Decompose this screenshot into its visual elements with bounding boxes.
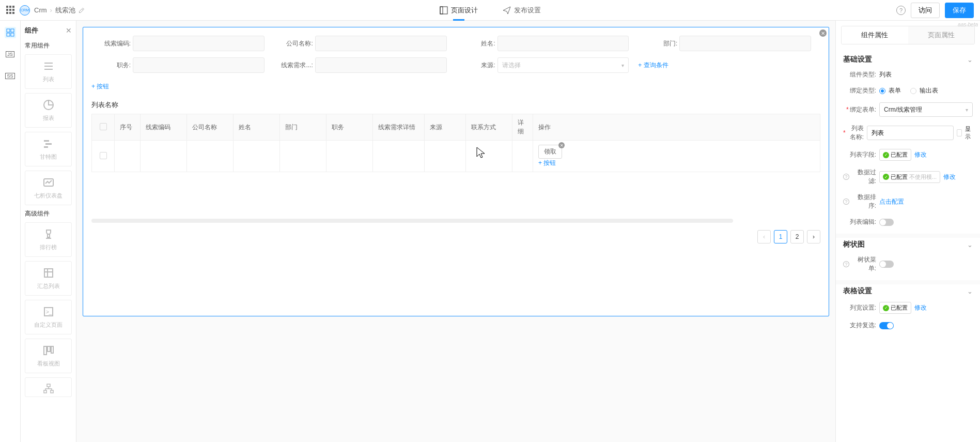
col-position: 职务 (326, 114, 373, 141)
op-claim-label: 领取 (544, 148, 556, 155)
filter-source-placeholder: 请选择 (502, 61, 521, 70)
panel-collapse-handle[interactable]: › (835, 221, 836, 242)
save-button[interactable]: 保存 (945, 3, 974, 18)
tab-component-props[interactable]: 组件属性 (842, 26, 908, 44)
col-name: 姓名 (234, 114, 280, 141)
add-query-condition[interactable]: + 查询条件 (638, 61, 668, 70)
svg-rect-8 (45, 143, 52, 145)
page-2[interactable]: 2 (790, 230, 804, 243)
comp-kanban[interactable]: 看板视图 (25, 339, 72, 373)
col-seq: 序号 (115, 114, 141, 141)
op-add-button[interactable]: + 按钮 (538, 159, 815, 167)
filter-name-input[interactable] (497, 36, 629, 51)
horizontal-scrollbar[interactable] (91, 219, 733, 223)
comp-report[interactable]: 报表 (25, 93, 72, 128)
main: JS SS 组件 ✕ 常用组件 列表 报表 甘特图 七析仪表盘 高级组件 排行榜 (0, 21, 980, 442)
list-edit-label: 列表编辑: (843, 218, 876, 226)
filter-position-input[interactable] (133, 57, 265, 73)
page-prev[interactable]: ‹ (757, 230, 771, 243)
op-claim-button[interactable]: 领取✕ (538, 145, 562, 159)
comp-dashboard-label: 七析仪表盘 (34, 192, 63, 200)
comp-summary-list[interactable]: 汇总列表 (25, 261, 72, 296)
help-hint-icon[interactable]: ? (843, 174, 849, 180)
table-header-row: 序号 线索编码 公司名称 姓名 部门 职务 线索需求详情 来源 联系方式 详细 … (92, 114, 820, 141)
list-name-input[interactable] (867, 126, 954, 140)
list-name-show-checkbox[interactable] (957, 129, 962, 136)
row-checkbox[interactable] (100, 152, 107, 159)
data-table: 序号 线索编码 公司名称 姓名 部门 职务 线索需求详情 来源 联系方式 详细 … (91, 114, 820, 172)
radio-form[interactable] (879, 88, 885, 94)
data-sort-label: ?数据排序: (843, 193, 876, 210)
help-icon[interactable]: ? (896, 6, 906, 15)
svg-rect-17 (47, 384, 50, 387)
rail-js-icon[interactable]: JS (5, 49, 16, 60)
section-collapse-icon[interactable]: ⌄ (967, 56, 973, 64)
col-width-label: 列宽设置: (843, 303, 876, 312)
filter-clue-req-input[interactable] (315, 57, 447, 73)
check-circle-icon: ✓ (883, 152, 889, 158)
help-hint-icon[interactable]: ? (843, 261, 849, 267)
support-check-toggle[interactable] (879, 322, 894, 329)
bind-form-value: Crm/线索管理 (884, 105, 922, 114)
section-common: 常用组件 (25, 41, 72, 50)
breadcrumb-separator: › (50, 6, 52, 14)
rail-css-icon[interactable]: SS (5, 70, 16, 82)
help-hint-icon[interactable]: ? (843, 199, 849, 205)
list-edit-toggle[interactable] (879, 219, 894, 226)
filter-dept-input[interactable] (679, 36, 811, 51)
comp-summary-label: 汇总列表 (37, 282, 60, 290)
tab-page-design[interactable]: 页面设计 (437, 0, 481, 21)
bind-form-select[interactable]: Crm/线索管理▾ (879, 102, 973, 117)
radio-output[interactable] (910, 88, 916, 94)
svg-rect-1 (440, 7, 443, 14)
comp-type-label: 组件类型: (843, 70, 876, 79)
support-check-label: 支持复选: (843, 321, 876, 330)
breadcrumb-app[interactable]: Crm (34, 6, 47, 14)
op-remove-icon[interactable]: ✕ (558, 142, 565, 148)
col-clue-code: 线索编码 (141, 114, 187, 141)
topbar-center: 页面设计 发布设置 (85, 0, 896, 21)
tab-page-props[interactable]: 页面属性 (908, 26, 975, 44)
comp-gantt[interactable]: 甘特图 (25, 132, 72, 166)
topbar-right: ? 访问 保存 (896, 3, 974, 18)
apps-grid-icon[interactable] (6, 6, 15, 15)
filter-clue-code-input[interactable] (133, 36, 265, 51)
comp-dashboard[interactable]: 七析仪表盘 (25, 171, 72, 205)
tree-menu-toggle[interactable] (879, 261, 894, 268)
col-source: 来源 (425, 114, 466, 141)
section-collapse-icon[interactable]: ⌄ (967, 241, 973, 249)
data-filter-label: ?数据过滤: (843, 168, 876, 186)
breadcrumb-page[interactable]: 线索池 (55, 6, 75, 15)
add-button-link[interactable]: + 按钮 (91, 82, 820, 91)
comp-list-label: 列表 (43, 75, 54, 83)
list-fields-modify[interactable]: 修改 (914, 150, 927, 159)
list-component[interactable]: ✕ 线索编码: 公司名称: 姓名: 部门: 职务: 线索需求...: 来源: 请… (83, 27, 829, 316)
component-remove-icon[interactable]: ✕ (819, 29, 827, 37)
filter-company-input[interactable] (315, 36, 447, 51)
filter-name-label: 姓名: (456, 39, 495, 48)
col-width-modify[interactable]: 修改 (914, 303, 927, 312)
tab-publish-settings[interactable]: 发布设置 (500, 0, 544, 21)
section-collapse-icon[interactable]: ⌄ (967, 287, 973, 295)
filter-source-select[interactable]: 请选择▾ (497, 57, 629, 73)
data-sort-config[interactable]: 点击配置 (879, 197, 904, 206)
app-logo-icon: CRM (20, 5, 30, 16)
component-panel: 组件 ✕ 常用组件 列表 报表 甘特图 七析仪表盘 高级组件 排行榜 汇总列表 (21, 21, 76, 442)
header-checkbox[interactable] (100, 123, 107, 130)
comp-list[interactable]: 列表 (25, 54, 72, 89)
page-next[interactable]: › (807, 230, 820, 243)
edit-icon[interactable] (79, 7, 85, 13)
col-dept: 部门 (280, 114, 326, 141)
comp-ranking[interactable]: 排行榜 (25, 222, 72, 257)
component-panel-close[interactable]: ✕ (66, 26, 72, 35)
data-filter-modify[interactable]: 修改 (943, 173, 956, 181)
comp-custom-page[interactable]: >_ 自定义页面 (25, 300, 72, 334)
comp-tree[interactable] (25, 377, 72, 397)
visit-button[interactable]: 访问 (911, 3, 940, 18)
rail-components-icon[interactable] (5, 27, 16, 38)
comp-ranking-label: 排行榜 (40, 243, 57, 251)
comp-gantt-label: 甘特图 (40, 153, 57, 161)
page-1[interactable]: 1 (774, 230, 787, 243)
svg-rect-16 (51, 346, 53, 353)
filter-dept-label: 部门: (638, 39, 677, 48)
